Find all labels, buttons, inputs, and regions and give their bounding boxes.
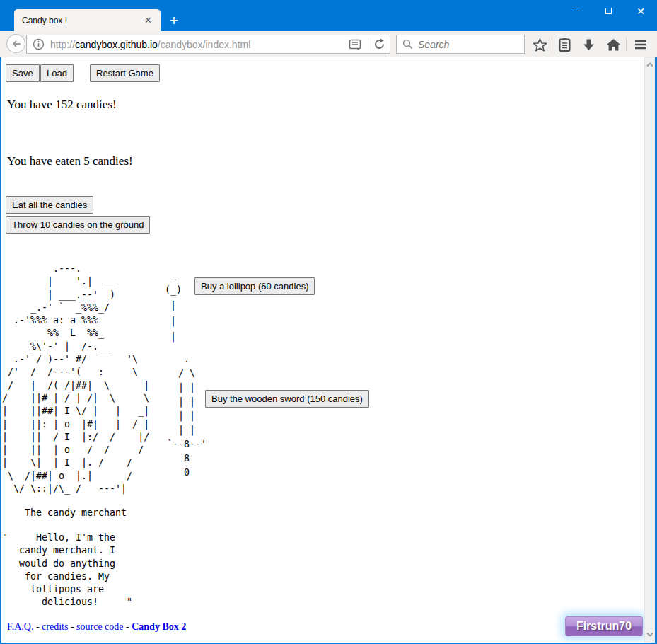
link-separator: - bbox=[124, 621, 132, 632]
search-icon bbox=[402, 39, 413, 50]
clipboard-icon bbox=[558, 38, 571, 52]
close-button[interactable]: ✕ bbox=[624, 0, 657, 22]
url-bar[interactable]: http://candybox.github.io/candybox/index… bbox=[26, 35, 390, 54]
new-tab-button[interactable]: + bbox=[165, 11, 183, 30]
candies-count-text: You have 152 candies! bbox=[7, 98, 117, 112]
faq-link[interactable]: F.A.Q. bbox=[7, 621, 33, 632]
page-content: Save Load Restart Game You have 152 cand… bbox=[1, 57, 644, 643]
hamburger-icon bbox=[634, 40, 647, 50]
candies-eaten-text: You have eaten 5 candies! bbox=[7, 154, 133, 168]
vertical-scrollbar[interactable] bbox=[644, 57, 655, 643]
download-arrow-icon bbox=[582, 38, 595, 52]
chevron-up-icon bbox=[646, 62, 653, 67]
back-arrow-icon bbox=[11, 38, 22, 50]
home-icon bbox=[606, 38, 621, 52]
toolbar-separator bbox=[552, 37, 552, 52]
window-controls: ✕ bbox=[559, 0, 657, 22]
minimize-icon bbox=[572, 11, 580, 11]
save-button[interactable]: Save bbox=[6, 64, 40, 82]
merchant-name-text: The candy merchant bbox=[2, 507, 127, 519]
star-icon bbox=[533, 38, 547, 52]
close-icon: ✕ bbox=[636, 6, 645, 16]
reload-icon[interactable] bbox=[373, 38, 385, 50]
buy-lollipop-button[interactable]: Buy a lollipop (60 candies) bbox=[194, 277, 315, 295]
urlbar-separator bbox=[368, 38, 368, 51]
window-border-left bbox=[0, 57, 1, 644]
search-placeholder: Search bbox=[418, 39, 449, 50]
lollipop-ascii-art: _ (_) | | | bbox=[165, 267, 182, 345]
scroll-down-button[interactable] bbox=[645, 628, 655, 640]
tab-candy-box[interactable]: Candy box ! ✕ bbox=[14, 9, 161, 31]
credits-link[interactable]: credits bbox=[42, 621, 68, 632]
candy-box-2-link[interactable]: Candy Box 2 bbox=[132, 621, 186, 632]
chevron-down-icon bbox=[646, 632, 653, 637]
reader-mode-icon[interactable] bbox=[349, 39, 363, 50]
eat-candies-button[interactable]: Eat all the candies bbox=[6, 196, 93, 214]
maximize-button[interactable] bbox=[592, 0, 624, 22]
home-button[interactable] bbox=[605, 36, 622, 53]
titlebar: Candy box ! ✕ + ✕ bbox=[0, 0, 657, 31]
search-input[interactable]: Search bbox=[396, 35, 525, 54]
footer-links: F.A.Q. - credits - source code - Candy B… bbox=[7, 621, 186, 633]
url-text[interactable]: http://candybox.github.io/candybox/index… bbox=[50, 39, 349, 50]
buy-wooden-sword-button[interactable]: Buy the wooden sword (150 candies) bbox=[205, 390, 369, 408]
tab-title: Candy box ! bbox=[22, 16, 141, 25]
tab-close-icon[interactable]: ✕ bbox=[141, 14, 155, 26]
bookmark-star-button[interactable] bbox=[531, 36, 548, 53]
info-icon[interactable] bbox=[33, 38, 45, 50]
navbar: http://candybox.github.io/candybox/index… bbox=[0, 31, 657, 57]
load-button[interactable]: Load bbox=[40, 64, 74, 82]
back-button[interactable] bbox=[6, 34, 25, 53]
link-separator: - bbox=[68, 621, 76, 632]
browser-window: Candy box ! ✕ + ✕ http://candybox.github… bbox=[0, 0, 657, 644]
merchant-quote-text: " Hello, I'm the candy merchant. I would… bbox=[2, 531, 132, 609]
restart-game-button[interactable]: Restart Game bbox=[90, 64, 160, 82]
menu-button[interactable] bbox=[632, 36, 649, 53]
toolbar-separator bbox=[626, 37, 627, 52]
firstrun-badge: Firstrun70 bbox=[565, 616, 643, 636]
downloads-button[interactable] bbox=[580, 36, 597, 53]
scroll-up-button[interactable] bbox=[645, 59, 655, 70]
candy-merchant-ascii-art: .---. | '.| __ | ___.--' ) _.-' ` _%%%_/… bbox=[2, 263, 149, 495]
minimize-button[interactable] bbox=[559, 0, 592, 22]
source-code-link[interactable]: source code bbox=[76, 621, 123, 632]
maximize-icon bbox=[605, 8, 612, 14]
bookmarks-menu-button[interactable] bbox=[556, 36, 573, 53]
wooden-sword-ascii-art: . / \ | | | | | | | | `--8--' 8 0 bbox=[167, 352, 207, 480]
link-separator: - bbox=[33, 621, 42, 632]
throw-candies-button[interactable]: Throw 10 candies on the ground bbox=[6, 216, 150, 234]
